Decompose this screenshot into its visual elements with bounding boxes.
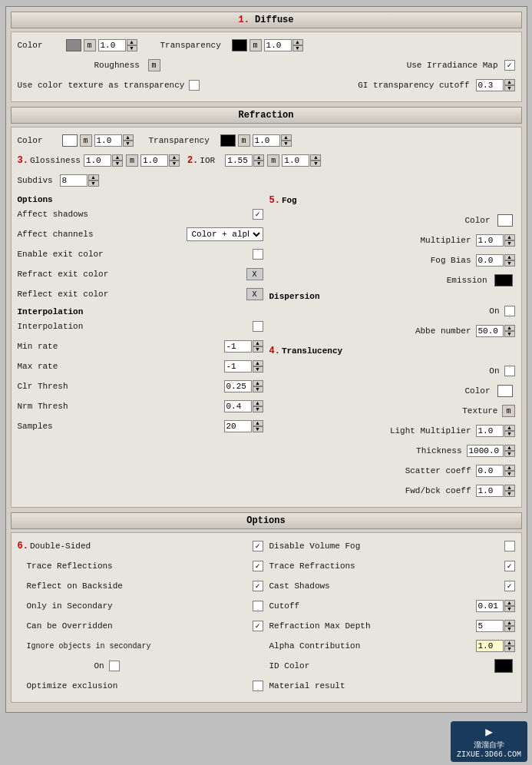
diffuse-gi-up[interactable]: ▲ (504, 79, 515, 85)
refraction-max-val[interactable] (476, 620, 504, 632)
refraction-transparency-swatch[interactable] (220, 134, 236, 147)
diffuse-irradiance-checkbox[interactable] (504, 60, 515, 71)
nrm-thresh-val[interactable] (224, 400, 252, 412)
fwd-bck-val[interactable] (476, 485, 504, 497)
diffuse-transparency-swatch[interactable] (232, 39, 247, 51)
refraction-max-up[interactable]: ▲ (504, 620, 515, 626)
fog-bias-down[interactable]: ▼ (504, 260, 515, 267)
cast-shadows-checkbox[interactable] (504, 581, 515, 591)
optimize-checkbox[interactable] (253, 681, 263, 691)
refraction-color-m-btn[interactable]: m (80, 134, 92, 147)
min-rate-down[interactable]: ▼ (253, 346, 263, 353)
clr-thresh-down[interactable]: ▼ (253, 386, 263, 392)
trace-refractions-checkbox[interactable] (504, 561, 515, 571)
affect-shadows-checkbox[interactable] (253, 209, 263, 220)
ior-down[interactable]: ▼ (253, 161, 264, 167)
fog-mult-down[interactable]: ▼ (504, 240, 515, 247)
diffuse-transparency-down[interactable]: ▼ (292, 45, 303, 51)
abbe-down[interactable]: ▼ (504, 331, 515, 337)
interp-checkbox[interactable] (253, 321, 263, 332)
fwd-bck-up[interactable]: ▲ (504, 485, 515, 491)
reflect-exit-checkbox[interactable]: X (246, 288, 263, 300)
scatter-up[interactable]: ▲ (504, 465, 515, 471)
translucency-texture-m-btn[interactable]: m (502, 405, 514, 417)
diffuse-use-color-checkbox[interactable] (189, 80, 200, 91)
max-rate-down[interactable]: ▼ (253, 366, 263, 373)
light-mult-down[interactable]: ▼ (504, 431, 515, 437)
fwd-bck-down[interactable]: ▼ (504, 491, 515, 497)
ior-val[interactable] (225, 154, 253, 167)
min-rate-val[interactable] (224, 340, 252, 353)
subdivs-val[interactable] (60, 174, 88, 187)
enable-exit-checkbox[interactable] (253, 249, 263, 260)
id-color-swatch[interactable] (494, 659, 513, 673)
abbe-up[interactable]: ▲ (504, 325, 515, 331)
refraction-transparency-val[interactable] (253, 134, 280, 147)
diffuse-transparency-up[interactable]: ▲ (292, 39, 303, 45)
scatter-val[interactable] (476, 465, 504, 477)
diffuse-color-down[interactable]: ▼ (127, 45, 137, 51)
abbe-val[interactable] (476, 325, 504, 337)
translucency-color-swatch[interactable] (497, 385, 513, 397)
glossiness-up2[interactable]: ▲ (169, 154, 180, 161)
fog-multiplier-val[interactable] (476, 234, 504, 247)
thickness-val[interactable] (467, 445, 504, 457)
fog-mult-up[interactable]: ▲ (504, 234, 515, 240)
clr-thresh-up[interactable]: ▲ (253, 380, 263, 386)
fog-bias-up[interactable]: ▲ (504, 254, 515, 260)
diffuse-gi-down[interactable]: ▼ (504, 85, 515, 91)
samples-up[interactable]: ▲ (253, 420, 263, 426)
trace-reflections-checkbox[interactable] (253, 561, 263, 571)
max-rate-val[interactable] (224, 360, 252, 373)
cutoff-val[interactable] (476, 600, 504, 612)
affect-channels-select[interactable]: Color + alphe Color only Alpha only (187, 227, 263, 241)
refraction-transparency-m-btn[interactable]: m (238, 134, 250, 147)
ior-val2[interactable] (282, 154, 309, 167)
only-secondary-checkbox[interactable] (253, 601, 263, 611)
diffuse-gi-val[interactable] (476, 79, 504, 91)
nrm-thresh-down[interactable]: ▼ (253, 406, 263, 412)
light-mult-val[interactable] (476, 425, 504, 437)
fog-bias-val[interactable] (476, 254, 504, 267)
ior-up[interactable]: ▲ (253, 154, 264, 161)
nrm-thresh-up[interactable]: ▲ (253, 400, 263, 406)
clr-thresh-val[interactable] (224, 380, 252, 392)
refraction-transparency-up[interactable]: ▲ (281, 134, 292, 141)
subdivs-down[interactable]: ▼ (88, 180, 99, 187)
fog-emission-swatch[interactable] (494, 274, 513, 286)
alpha-val[interactable] (476, 640, 504, 652)
max-rate-up[interactable]: ▲ (253, 360, 263, 366)
diffuse-color-swatch[interactable] (66, 39, 81, 51)
glossiness-down[interactable]: ▼ (112, 161, 123, 167)
samples-val[interactable] (224, 420, 252, 432)
diffuse-transparency-m-btn[interactable]: m (249, 39, 262, 51)
scatter-down[interactable]: ▼ (504, 471, 515, 477)
disable-fog-checkbox[interactable] (504, 541, 515, 551)
ior-m-btn[interactable]: m (267, 154, 279, 167)
min-rate-up[interactable]: ▲ (253, 340, 263, 346)
refract-exit-checkbox[interactable]: X (246, 268, 263, 280)
samples-down[interactable]: ▼ (253, 426, 263, 432)
diffuse-roughness-m-btn[interactable]: m (148, 59, 160, 71)
thickness-up[interactable]: ▲ (504, 445, 515, 451)
cutoff-up[interactable]: ▲ (504, 600, 515, 606)
refraction-color-down[interactable]: ▼ (123, 141, 134, 147)
glossiness-m-btn[interactable]: m (126, 154, 138, 167)
light-mult-up[interactable]: ▲ (504, 425, 515, 431)
glossiness-val[interactable] (84, 154, 111, 167)
dispersion-on-checkbox[interactable] (504, 306, 515, 316)
fog-color-swatch[interactable] (497, 214, 513, 227)
subdivs-up[interactable]: ▲ (88, 174, 99, 180)
diffuse-color-m-btn[interactable]: m (84, 39, 96, 51)
double-sided-checkbox[interactable] (253, 541, 263, 551)
alpha-up[interactable]: ▲ (504, 640, 515, 646)
reflect-backside-checkbox[interactable] (253, 581, 263, 591)
alpha-down[interactable]: ▼ (504, 646, 515, 652)
can-overridden-checkbox[interactable] (253, 621, 263, 631)
refraction-max-down[interactable]: ▼ (504, 626, 515, 632)
diffuse-color-val[interactable] (98, 39, 126, 51)
refraction-color-up[interactable]: ▲ (123, 134, 134, 141)
cutoff-down[interactable]: ▼ (504, 606, 515, 612)
refraction-color-val[interactable] (94, 134, 122, 147)
diffuse-transparency-val[interactable] (264, 39, 292, 51)
